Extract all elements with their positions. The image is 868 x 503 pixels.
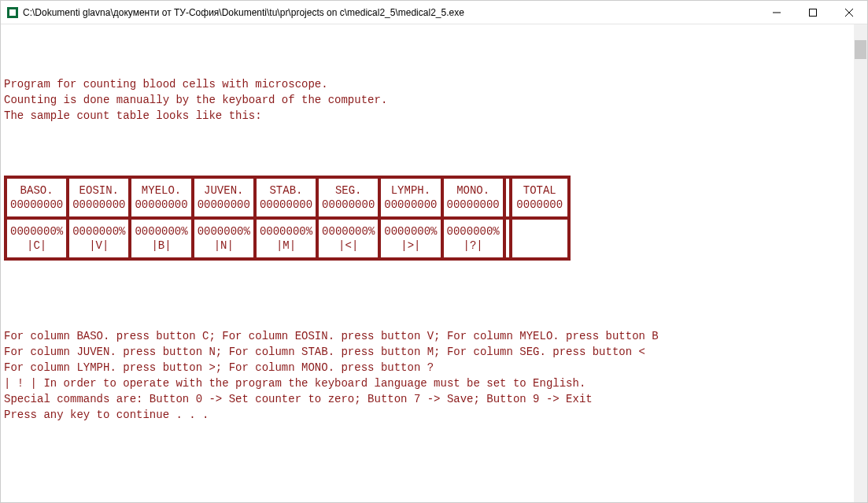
app-icon (7, 7, 18, 18)
col-header: EOSIN.00000000 (68, 177, 130, 218)
col-header: MYELO.00000000 (130, 177, 192, 218)
col-key: 0000000%|C| (6, 218, 68, 259)
col-key: 0000000%|M| (255, 218, 317, 259)
maximize-button[interactable] (795, 1, 831, 24)
scrollbar-thumb[interactable] (855, 40, 866, 59)
col-key: 0000000%|>| (379, 218, 441, 259)
col-key: 0000000%|B| (130, 218, 192, 259)
minimize-icon (773, 9, 781, 17)
window-controls (759, 1, 867, 24)
outro-line: For column JUVEN. press button N; For co… (4, 346, 645, 358)
close-button[interactable] (831, 1, 867, 24)
total-header: TOTAL0000000 (511, 177, 569, 218)
intro-line: Program for counting blood cells with mi… (4, 78, 328, 91)
maximize-icon (809, 9, 817, 17)
col-key: 0000000%|N| (193, 218, 255, 259)
scrollbar[interactable] (854, 24, 867, 502)
intro-line: Counting is done manually by the keyboar… (4, 94, 387, 106)
close-icon (845, 9, 853, 17)
total-empty (511, 218, 569, 259)
table-key-row: 0000000%|C|0000000%|V|0000000%|B|0000000… (6, 218, 569, 259)
col-key: 0000000%|?| (442, 218, 504, 259)
col-header: BASO.00000000 (6, 177, 68, 218)
intro-text: Program for counting blood cells with mi… (4, 61, 864, 124)
count-table: BASO.00000000EOSIN.00000000MYELO.0000000… (4, 176, 571, 261)
outro-line: | ! | In order to operate with the progr… (4, 377, 585, 390)
svg-rect-1 (810, 9, 817, 16)
table-header-row: BASO.00000000EOSIN.00000000MYELO.0000000… (6, 177, 569, 218)
minimize-button[interactable] (759, 1, 795, 24)
col-header: MONO.00000000 (442, 177, 504, 218)
table-divider (504, 177, 511, 218)
col-header: LYMPH.00000000 (379, 177, 441, 218)
col-header: JUVEN.00000000 (193, 177, 255, 218)
outro-line: Press any key to continue . . . (4, 409, 209, 421)
table-divider (504, 218, 511, 259)
col-key: 0000000%|V| (68, 218, 130, 259)
outro-line: Special commands are: Button 0 -> Set co… (4, 393, 593, 405)
window-title: C:\Dokumenti glavna\документи от ТУ-Софи… (23, 7, 759, 18)
outro-line: For column LYMPH. press button >; For co… (4, 361, 434, 374)
col-key: 0000000%|<| (317, 218, 379, 259)
outro-line: For column BASO. press button C; For col… (4, 330, 659, 342)
col-header: SEG.00000000 (317, 177, 379, 218)
intro-line: The sample count table looks like this: (4, 109, 262, 122)
col-header: STAB.00000000 (255, 177, 317, 218)
console-output: Program for counting blood cells with mi… (1, 24, 867, 502)
titlebar[interactable]: C:\Dokumenti glavna\документи от ТУ-Софи… (1, 1, 867, 24)
instructions: For column BASO. press button C; For col… (4, 313, 864, 423)
